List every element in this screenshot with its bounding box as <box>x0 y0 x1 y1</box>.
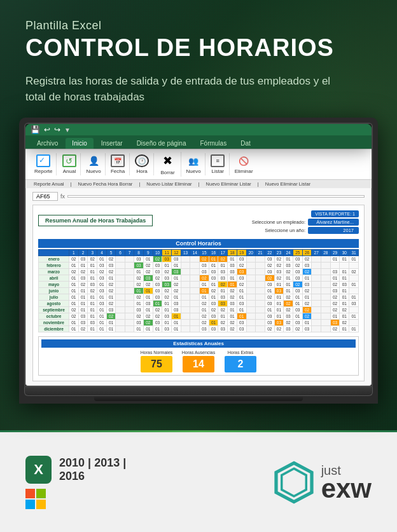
cell-diciembre-30: 01 <box>340 326 349 332</box>
reporte-icon[interactable] <box>36 154 50 167</box>
undo-icon[interactable]: ↩ <box>44 125 50 134</box>
borrar-label: Borrar <box>160 170 174 175</box>
cell-julio-26: 01 <box>302 294 312 301</box>
cell-abril-4: 03 <box>97 275 107 282</box>
anual-icon[interactable] <box>62 154 76 167</box>
cell-julio-30: 01 <box>340 294 349 301</box>
cell-noviembre-1: 01 <box>69 320 79 326</box>
cell-septiembre-14 <box>190 307 200 313</box>
cell-abril-21 <box>256 275 265 282</box>
th-21: 21 <box>256 250 265 256</box>
stat-horas-normales: Horas Normales 75 <box>137 350 176 372</box>
cell-septiembre-22: 01 <box>265 307 274 313</box>
tab-insertar[interactable]: Insertar <box>95 138 129 149</box>
cell-octubre-29: 01 <box>330 313 340 320</box>
th-7: 7 <box>125 250 134 256</box>
cell-noviembre-19: 03 <box>237 320 246 326</box>
svg-marker-1 <box>281 468 306 496</box>
tab-archivo[interactable]: Archivo <box>31 138 64 149</box>
horas-ausencias-label: Horas Ausencias <box>182 350 216 355</box>
cell-junio-31 <box>349 288 359 294</box>
cell-febrero-1: 01 <box>69 263 79 269</box>
cell-febrero-13 <box>181 263 190 269</box>
cell-noviembre-27 <box>312 320 321 326</box>
tab-dat[interactable]: Dat <box>234 138 257 149</box>
excel-icon <box>25 456 52 484</box>
cell-octubre-24: 03 <box>284 313 293 320</box>
cell-julio-22: 02 <box>265 294 274 301</box>
cell-abril-10: 02 <box>153 275 162 282</box>
cell-agosto-12: 03 <box>172 301 181 307</box>
cell-febrero-21 <box>256 263 265 269</box>
cell-septiembre-7 <box>125 307 134 313</box>
save-icon[interactable]: 💾 <box>31 125 40 134</box>
month-cell-octubre: octubre <box>39 313 69 320</box>
cell-febrero-4: 03 <box>97 263 107 269</box>
cell-mayo-4: 01 <box>97 282 107 288</box>
cell-agosto-10: 01 <box>153 301 162 307</box>
cell-noviembre-23: 03 <box>274 320 284 326</box>
cell-septiembre-18: 01 <box>228 307 237 313</box>
eliminar-icon[interactable] <box>237 154 251 167</box>
cell-octubre-19: 01 <box>237 313 246 320</box>
cell-marzo-15: 03 <box>200 269 209 275</box>
fecha-icon[interactable]: 📅 <box>111 154 125 167</box>
tab-inicio[interactable]: Inicio <box>66 138 93 149</box>
hora-icon[interactable]: 🕐 <box>135 154 149 167</box>
cell-febrero-16: 01 <box>209 263 218 269</box>
month-cell-julio: julio <box>39 294 69 301</box>
tab-formulas[interactable]: Fórmulas <box>193 138 233 149</box>
cell-agosto-14 <box>190 301 200 307</box>
btn-group-borrar: ✖ Borrar <box>155 152 181 177</box>
header-section: Plantilla Excel CONTROL DE HORARIOS Regi… <box>25 19 372 106</box>
cell-agosto-18: 03 <box>228 301 237 307</box>
cell-junio-1: 01 <box>69 288 79 294</box>
cell-febrero-6 <box>116 263 125 269</box>
cell-diciembre-19: 03 <box>237 326 246 332</box>
nuevo2-icon[interactable] <box>186 154 200 167</box>
cell-octubre-21 <box>256 313 265 320</box>
month-cell-enero: enero <box>39 256 69 263</box>
cell-enero-6 <box>116 256 125 263</box>
cell-julio-31: 01 <box>349 294 359 301</box>
redo-icon[interactable]: ↪ <box>54 125 60 134</box>
cell-noviembre-16: 01 <box>209 320 218 326</box>
nuevo-empleado-icon[interactable] <box>87 154 101 167</box>
th-23: 23 <box>274 250 284 256</box>
cell-septiembre-16: 02 <box>209 307 218 313</box>
btn-group-nuevo: Nuevo <box>82 153 105 175</box>
employee-value[interactable]: Álvarez Martíne... <box>308 219 359 226</box>
borrar-icon[interactable]: ✖ <box>159 153 177 168</box>
cell-abril-9: 03 <box>143 275 153 282</box>
cell-abril-26: 01 <box>302 275 312 282</box>
cell-febrero-26: 03 <box>302 263 312 269</box>
cell-septiembre-8: 03 <box>134 307 144 313</box>
row2-sep4: | <box>254 181 262 188</box>
cell-octubre-27 <box>312 313 321 320</box>
cell-diciembre-12: 01 <box>172 326 181 332</box>
cell-junio-3: 02 <box>88 288 97 294</box>
cell-enero-27 <box>312 256 321 263</box>
cell-agosto-25: 01 <box>293 301 302 307</box>
listar-icon[interactable]: ≡ <box>211 154 225 167</box>
stats-section: Estadísticas Anuales Horas Normales 75 H… <box>38 336 359 376</box>
cell-junio-15: 01 <box>200 288 209 294</box>
cell-noviembre-31 <box>349 320 359 326</box>
cell-reference[interactable]: AF65 <box>32 192 58 201</box>
cell-marzo-25: 03 <box>293 269 302 275</box>
cell-noviembre-13 <box>181 320 190 326</box>
formula-input[interactable] <box>67 195 365 198</box>
cell-septiembre-24: 02 <box>284 307 293 313</box>
cell-enero-29: 01 <box>330 256 340 263</box>
cell-enero-22: 03 <box>265 256 274 263</box>
cell-noviembre-24: 02 <box>284 320 293 326</box>
year-value[interactable]: 2017 <box>308 227 359 234</box>
fecha-label: Fecha <box>111 168 125 174</box>
cell-agosto-22: 03 <box>265 301 274 307</box>
cell-mayo-15: 01 <box>200 282 209 288</box>
cell-mayo-7 <box>125 282 134 288</box>
tab-diseno[interactable]: Diseño de página <box>130 138 193 149</box>
cell-septiembre-2: 01 <box>78 307 88 313</box>
cell-mayo-21 <box>256 282 265 288</box>
cell-noviembre-15: 02 <box>200 320 209 326</box>
